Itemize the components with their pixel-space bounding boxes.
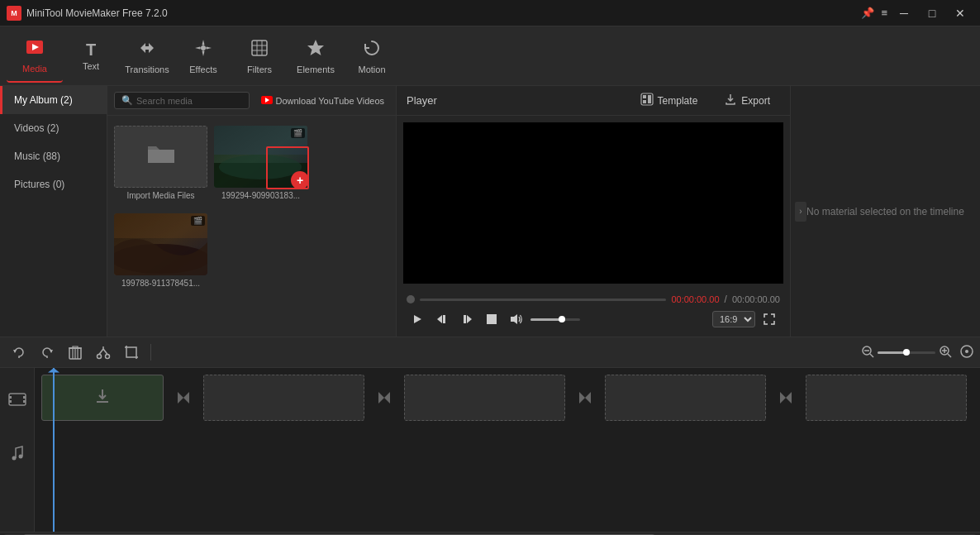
scrollbar-container[interactable] xyxy=(0,532,980,535)
zoom-track[interactable] xyxy=(878,351,935,354)
volume-track[interactable] xyxy=(530,318,580,321)
add-to-timeline-button[interactable]: + xyxy=(291,171,309,189)
transition-slot-3[interactable] xyxy=(568,375,602,421)
transition-slot-4[interactable] xyxy=(769,375,802,421)
effects-label: Effects xyxy=(189,64,216,74)
export-label: Export xyxy=(741,95,770,107)
yt-download-button[interactable]: Download YouTube Videos xyxy=(256,92,390,109)
titlebar: M MiniTool MovieMaker Free 7.2.0 📌 ≡ ─ □… xyxy=(0,0,980,26)
svg-rect-26 xyxy=(443,315,445,323)
video-clip-2[interactable] xyxy=(203,375,364,421)
collapse-panel-button[interactable]: › xyxy=(795,202,806,222)
tl-separator xyxy=(150,344,151,361)
progress-handle[interactable] xyxy=(407,295,415,303)
svg-rect-28 xyxy=(464,315,466,323)
template-label: Template xyxy=(658,95,698,107)
video-clip-1[interactable] xyxy=(41,375,164,421)
video2-label: 199788-9113784​51... xyxy=(116,279,207,288)
svg-marker-25 xyxy=(437,315,442,323)
toolbar-transitions[interactable]: Transitions xyxy=(119,30,175,83)
app-title: MiniTool MovieMaker Free 7.2.0 xyxy=(26,7,861,19)
toolbar-text[interactable]: T Text xyxy=(63,30,119,83)
svg-rect-29 xyxy=(487,314,497,324)
clip-download-icon xyxy=(94,388,111,408)
transitions-icon xyxy=(137,38,157,61)
youtube-icon xyxy=(261,94,273,107)
text-icon: T xyxy=(86,41,96,58)
svg-marker-31 xyxy=(13,350,17,353)
playhead-line xyxy=(53,368,55,532)
import-thumb xyxy=(114,126,207,188)
video-track-icon xyxy=(2,375,32,424)
close-button[interactable]: ✕ xyxy=(947,2,973,25)
video2-badge: 🎬 xyxy=(191,216,205,226)
zoom-thumb xyxy=(903,349,910,356)
player-title: Player xyxy=(407,94,624,107)
video-clip-5[interactable] xyxy=(806,375,967,421)
maximize-button[interactable]: □ xyxy=(919,2,945,25)
rewind-button[interactable] xyxy=(431,308,453,330)
template-button[interactable]: Template xyxy=(630,89,708,112)
media-toolbar: 🔍 Search media Download YouTube Videos xyxy=(107,86,396,116)
total-time: 00:00:00.00 xyxy=(732,294,780,304)
volume-control[interactable] xyxy=(506,308,580,330)
zoom-out-button[interactable] xyxy=(861,345,874,361)
video-clip-3[interactable] xyxy=(404,375,565,421)
zoom-in-button[interactable] xyxy=(939,345,952,361)
search-bar[interactable]: 🔍 Search media xyxy=(114,92,250,109)
svg-point-62 xyxy=(12,456,16,461)
play-button[interactable] xyxy=(407,308,428,330)
transition-slot-1[interactable] xyxy=(167,375,200,421)
filters-label: Filters xyxy=(247,64,272,74)
stop-button[interactable] xyxy=(481,308,502,330)
video2-thumb: 🎬 xyxy=(114,213,207,275)
toolbar-motion[interactable]: Motion xyxy=(344,30,400,83)
transition-slot-2[interactable] xyxy=(368,375,401,421)
crop-button[interactable] xyxy=(119,340,144,365)
sidebar-item-my-album[interactable]: My Album (2) xyxy=(0,86,107,114)
import-media-item[interactable]: Import Media Files xyxy=(114,122,207,203)
redo-button[interactable] xyxy=(35,340,59,365)
volume-button[interactable] xyxy=(506,308,527,330)
elements-label: Elements xyxy=(297,64,335,74)
sidebar-item-music[interactable]: Music (88) xyxy=(0,142,107,170)
timeline-tracks xyxy=(0,368,980,532)
video-track xyxy=(41,368,980,428)
properties-panel: › No material selected on the timeline xyxy=(790,86,980,337)
player-controls: 00:00:00.00 / 00:00:00.00 xyxy=(397,290,790,337)
player-panel: Player Template xyxy=(397,86,790,337)
progress-bar[interactable]: 00:00:00.00 / 00:00:00.00 xyxy=(407,294,780,305)
template-icon xyxy=(640,93,654,108)
toolbar-filters[interactable]: Filters xyxy=(231,30,288,83)
delete-button[interactable] xyxy=(63,340,88,365)
svg-point-4 xyxy=(201,45,206,50)
toolbar-media[interactable]: Media xyxy=(7,30,63,83)
sidebar-item-videos[interactable]: Videos (2) xyxy=(0,114,107,142)
toolbar-elements[interactable]: Elements xyxy=(288,30,344,83)
svg-line-54 xyxy=(948,354,951,357)
svg-point-38 xyxy=(98,355,102,359)
sidebar-item-pictures[interactable]: Pictures (0) xyxy=(0,170,107,198)
media-item-video1[interactable]: 🎬 + 199294-90990​3183... xyxy=(214,122,307,203)
undo-button[interactable] xyxy=(7,340,31,365)
toolbar-effects[interactable]: Effects xyxy=(175,30,231,83)
fullscreen-button[interactable] xyxy=(759,308,780,330)
sidebar: My Album (2) Videos (2) Music (88) Pictu… xyxy=(0,86,107,337)
video1-thumb: 🎬 + xyxy=(214,126,307,188)
current-time: 00:00:00.00 xyxy=(671,294,719,304)
progress-track[interactable] xyxy=(420,299,666,301)
svg-marker-32 xyxy=(50,350,53,353)
menu-icon[interactable]: ≡ xyxy=(881,7,887,19)
svg-rect-59 xyxy=(9,400,12,403)
fast-forward-button[interactable] xyxy=(456,308,478,330)
export-button[interactable]: Export xyxy=(714,89,780,112)
no-material-text: No material selected on the timeline xyxy=(806,206,964,217)
nav-icon[interactable] xyxy=(960,345,973,361)
cut-button[interactable] xyxy=(91,340,116,365)
yt-download-label: Download YouTube Videos xyxy=(276,96,385,106)
media-item-video2[interactable]: 🎬 199788-9113784​51... xyxy=(114,210,207,291)
filters-icon xyxy=(250,38,269,61)
minimize-button[interactable]: ─ xyxy=(891,2,917,25)
video-clip-4[interactable] xyxy=(605,375,766,421)
aspect-ratio-select[interactable]: 16:9 9:16 1:1 4:3 xyxy=(712,311,755,327)
